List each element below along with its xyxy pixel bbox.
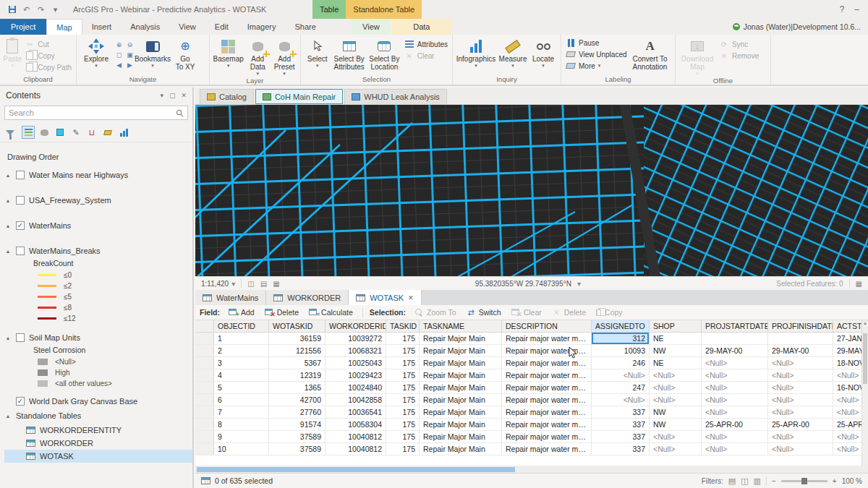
infographics-button[interactable]: Infographics▾	[455, 35, 497, 68]
list-by-data-source-icon[interactable]	[38, 126, 51, 139]
column-header-workorderid[interactable]: WORKORDERID	[326, 320, 386, 332]
table-cell[interactable]: <Null>	[592, 369, 650, 381]
filter-icon-2[interactable]: ◫	[741, 476, 748, 486]
layer-usa-freeway-system[interactable]: ▲ USA_Freeway_System	[4, 194, 192, 207]
table-cell[interactable]: 337	[592, 443, 650, 455]
table-cell[interactable]: 1	[214, 333, 269, 344]
expander-icon[interactable]: ▲	[4, 335, 12, 341]
row-selector-header[interactable]	[195, 320, 214, 332]
expander-icon[interactable]: ▲	[4, 414, 12, 419]
table-cell[interactable]: 7	[214, 406, 269, 418]
filter-funnel-icon[interactable]	[6, 130, 14, 135]
table-cell[interactable]: 10024840	[326, 382, 386, 393]
horizontal-scrollbar[interactable]	[195, 466, 868, 473]
column-header-projstartdate[interactable]: PROJSTARTDATE	[702, 320, 768, 332]
switch-button[interactable]: ⇄Switch	[464, 307, 504, 317]
table-cell[interactable]	[768, 333, 833, 344]
download-map-button[interactable]: ↓ Download Map▾	[678, 35, 717, 76]
table-cell[interactable]: 175	[386, 419, 420, 430]
table-cell[interactable]: Repair Major Main	[420, 333, 502, 344]
table-cell[interactable]: 2	[214, 345, 269, 356]
row-selector[interactable]	[195, 431, 214, 442]
map-tool-icon-3[interactable]: ▦	[273, 280, 279, 288]
layer-checkbox-checked[interactable]: ✓	[16, 221, 25, 230]
cut-button[interactable]: ✂Cut	[22, 40, 74, 48]
table-cell[interactable]: <Null>	[650, 369, 702, 381]
bookmarks-button[interactable]: Bookmarks▾	[135, 35, 170, 68]
navigate-tool-icon-3[interactable]: ◻	[114, 50, 124, 60]
more-button[interactable]: More▾	[563, 61, 629, 70]
table-cell[interactable]: <Null>	[768, 443, 833, 455]
layer-checkbox[interactable]	[16, 196, 25, 205]
table-cell[interactable]: NW	[650, 419, 702, 430]
table-cell[interactable]: NW	[650, 406, 702, 418]
list-by-labeling-icon[interactable]	[101, 126, 114, 139]
add-data-button[interactable]: Add Data▾	[244, 35, 271, 76]
pane-pin-icon[interactable]: ▢	[169, 92, 176, 99]
table-cell[interactable]: 175	[386, 443, 420, 455]
ribbon-tab-map[interactable]: Map	[46, 19, 82, 35]
clear-button[interactable]: ✕Clear	[509, 307, 545, 317]
ribbon-tab-analysis[interactable]: Analysis	[121, 19, 169, 35]
copy-button[interactable]: Copy	[22, 51, 74, 60]
search-input[interactable]	[9, 108, 176, 117]
pane-toggle-icon[interactable]: ▦	[856, 280, 862, 288]
table-cell[interactable]: 6	[214, 394, 269, 406]
table-cell[interactable]: 25-APR-00	[702, 419, 768, 430]
table-cell[interactable]: Repair Major Main	[420, 419, 502, 430]
table-cell[interactable]: Repair Major Main	[420, 357, 502, 369]
row-selector[interactable]	[195, 369, 214, 381]
pause-button[interactable]: Pause	[563, 38, 629, 47]
table-cell[interactable]: NE	[650, 333, 702, 344]
zoom-out-icon[interactable]: −	[772, 477, 776, 485]
pane-menu-icon[interactable]: ▾	[160, 92, 163, 99]
view-tab-whud-leak-analysis[interactable]: WHUD Leak Analysis	[344, 89, 447, 104]
measure-button[interactable]: Measure▾	[497, 35, 529, 68]
layer-soil-map-units[interactable]: ▲ Soil Map Units	[4, 331, 192, 344]
qat-dropdown-icon[interactable]: ▾	[51, 5, 60, 14]
column-header-description[interactable]: DESCRIPTION	[502, 320, 592, 332]
table-cell[interactable]: <Null>	[768, 394, 833, 406]
table-cell[interactable]: <Null>	[702, 431, 768, 442]
table-cell[interactable]: 27760	[269, 406, 326, 418]
table-cell[interactable]: <Null>	[592, 394, 650, 406]
table-cell[interactable]: 25-APR-00	[768, 419, 833, 430]
layer-watermains[interactable]: ▲ ✓ WaterMains	[4, 219, 192, 232]
table-cell[interactable]: 337	[592, 431, 650, 442]
add-button[interactable]: +Add	[226, 307, 258, 317]
layer-water-mains-near-highways[interactable]: ▲ Water Mains near Highways	[4, 168, 192, 181]
table-cell[interactable]: 36159	[269, 333, 326, 344]
tab-standalone-data[interactable]: Data	[392, 19, 451, 35]
table-cell[interactable]: 175	[386, 406, 420, 418]
layer-world-dark-gray-canvas-base[interactable]: ▲ ✓ World Dark Gray Canvas Base	[4, 395, 192, 408]
column-header-assignedto[interactable]: ASSIGNEDTO	[592, 320, 650, 332]
tab-table-view[interactable]: View	[352, 19, 391, 35]
row-selector[interactable]	[195, 443, 214, 455]
table-cell[interactable]: 337	[592, 406, 650, 418]
table-cell[interactable]: 10042858	[326, 394, 386, 406]
table-cell[interactable]: 10039272	[326, 333, 386, 344]
remove-button[interactable]: ✕Remove	[717, 51, 761, 60]
copy-button[interactable]: Copy	[593, 307, 626, 317]
calculate-button[interactable]: =Calculate	[306, 307, 356, 317]
row-selector[interactable]	[195, 333, 214, 344]
row-selector[interactable]	[195, 345, 214, 356]
table-cell[interactable]: <Null>	[702, 394, 768, 406]
scroll-up-icon[interactable]: ▴	[864, 320, 867, 325]
table-cell[interactable]: 91574	[269, 419, 326, 430]
table-cell[interactable]: 10029423	[326, 369, 386, 381]
pane-close-icon[interactable]: ✕	[181, 92, 187, 99]
table-cell[interactable]: 175	[386, 431, 420, 442]
table-cell[interactable]: 312	[592, 333, 650, 344]
scale-combo[interactable]: 1:11,420 ▾	[201, 280, 235, 288]
navigate-tool-icon-2[interactable]: ⊖	[124, 40, 135, 50]
navigate-tool-icon-6[interactable]: ▶	[124, 60, 135, 70]
table-cell[interactable]: 175	[386, 382, 420, 393]
select-by-location-button[interactable]: Select By Location	[367, 35, 402, 71]
list-by-drawing-order-icon[interactable]	[22, 126, 35, 139]
user-account[interactable]: Jonas (Water)|Development 10.6...	[733, 19, 868, 35]
table-cell[interactable]: Repair Major Main	[420, 369, 502, 381]
table-cell[interactable]: 5367	[269, 357, 326, 369]
navigate-tool-icon-1[interactable]: ⊕	[114, 40, 124, 50]
row-selector[interactable]	[195, 357, 214, 369]
